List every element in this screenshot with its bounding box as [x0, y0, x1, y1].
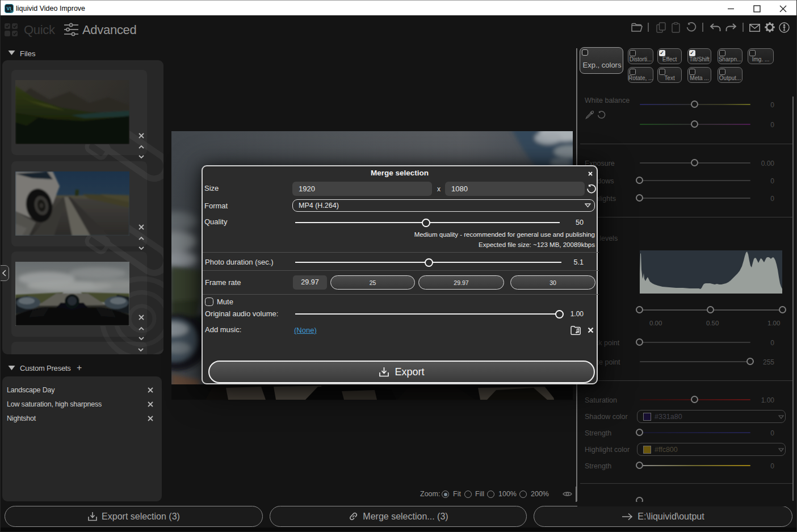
svg-text:VI: VI	[7, 6, 11, 11]
